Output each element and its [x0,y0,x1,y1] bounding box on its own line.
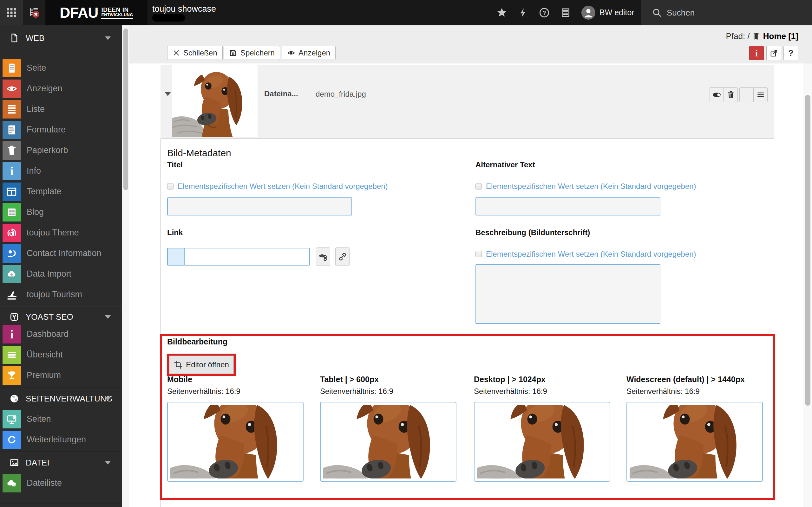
save-button[interactable]: Speichern [223,46,280,60]
module-grid-icon [5,7,17,19]
image-thumbnail[interactable] [172,65,258,137]
variant-preview-tablet[interactable] [320,402,456,482]
alt-override-checkbox[interactable] [475,183,482,189]
sidebar-item-weiterleitungen[interactable]: Weiterleitungen [0,429,122,450]
description-override-checkbox[interactable] [475,251,482,257]
content-scrollbar-thumb[interactable] [805,95,810,406]
sidebar-item-dateiliste[interactable]: Dateiliste [0,473,122,493]
open-new-window-button[interactable] [766,46,781,60]
logo-subtext-1: IDEEN IN [101,7,133,13]
module-sidebar: WEB Seite Anzeigen Liste Formulare Papie… [0,25,122,507]
title-input[interactable] [167,198,352,216]
link-browser-button[interactable] [335,247,350,266]
sidebar-item-label: Template [27,187,61,196]
variant-preview-widescreen[interactable] [626,402,763,482]
sidebar-item-anzeigen[interactable]: Anzeigen [0,78,122,99]
clear-cache-button[interactable] [516,6,530,20]
sidebar-item-info[interactable]: i Info [0,161,122,181]
description-override-link[interactable]: Elementspezifischen Wert setzen (Kein St… [486,250,696,259]
variant-preview-desktop[interactable] [474,402,610,482]
bookmark-button[interactable] [495,6,509,20]
record-actions-group [710,88,738,102]
empty-button [740,88,754,102]
alt-override-link[interactable]: Elementspezifischen Wert setzen (Kein St… [486,182,696,191]
save-label: Speichern [241,49,275,57]
module-menu-toggle[interactable] [0,0,23,25]
eye-icon [3,79,21,98]
system-log-button[interactable] [559,6,572,20]
title-override-link[interactable]: Elementspezifischen Wert setzen (Kein St… [177,182,388,191]
sidebar-item-uebersicht[interactable]: Übersicht [0,344,122,365]
sidebar-item-dashboard[interactable]: i Dashboard [0,324,122,344]
enable-toggle-button[interactable] [710,88,724,102]
content-scrollbar[interactable] [803,63,812,507]
fingerprint-icon [3,224,21,242]
eye-icon [287,49,295,57]
open-editor-button[interactable]: Editor öffnen [169,355,234,374]
sidebar-item-blog[interactable]: Blog [0,202,122,222]
sidebar-item-label: Liste [27,104,45,114]
variant-name: Mobile [167,375,192,384]
chevron-down-icon [105,315,111,319]
view-button[interactable]: Anzeigen [282,46,336,60]
list-icon [3,100,21,118]
sidebar-item-toujou-tourism[interactable]: toujou Tourism [0,284,122,305]
variant-preview-mobile[interactable] [167,402,304,482]
sidebar-item-label: toujou Tourism [27,290,82,299]
svg-text:?: ? [542,9,546,16]
sidebar-item-label: toujou Theme [27,228,79,238]
sidebar-item-premium[interactable]: Premium [0,365,122,386]
variant-name: Widescreen (default) | > 1440px [626,375,745,384]
close-label: Schließen [183,49,217,57]
section-label: DATEI [26,458,49,468]
sidebar-scrollbar-thumb[interactable] [123,29,128,190]
sidebar-item-papierkorb[interactable]: Papierkorb [0,140,122,161]
sidebar-item-label: Formulare [27,125,66,135]
link-input[interactable] [184,248,310,266]
alt-text-input[interactable] [475,198,660,216]
drag-handle-button[interactable] [753,88,768,102]
sidebar-item-data-import[interactable]: Data Import [0,264,122,284]
help-menu-button[interactable]: ? [537,6,551,20]
sidebar-item-formulare[interactable]: Formulare [0,119,122,140]
sidebar-item-label: Anzeigen [27,83,62,94]
section-web[interactable]: WEB [0,29,122,48]
close-button[interactable]: Schließen [167,46,223,60]
record-info-button[interactable]: i [749,46,764,60]
breadcrumb: Pfad: / Home [1] [726,32,798,41]
redirect-icon [3,431,21,449]
section-seitenverwaltung[interactable]: SEITENVERWALTUNG [0,389,122,408]
search-box[interactable]: Suchen [641,0,812,25]
variant-name: Desktop | > 1024px [474,375,546,384]
trash-icon [3,141,21,160]
pagetree-error-button[interactable] [23,0,45,25]
description-textarea[interactable] [475,264,660,324]
sidebar-item-seite[interactable]: Seite [0,58,122,78]
template-icon [3,182,21,201]
search-placeholder: Suchen [667,8,695,18]
sidebar-item-seiten[interactable]: Seiten [0,409,122,429]
link-explanation-button[interactable] [316,247,330,266]
collapse-caret-icon[interactable] [165,92,171,96]
open-editor-highlight: Editor öffnen [167,354,236,376]
user-avatar[interactable] [581,6,595,20]
sidebar-item-toujou-theme[interactable]: toujou Theme [0,222,122,243]
sidebar-scrollbar[interactable] [122,25,130,507]
view-label: Anzeigen [299,49,330,57]
sidebar-item-template[interactable]: Template [0,181,122,202]
contact-icon [3,244,21,263]
monitor-gear-icon [3,410,21,429]
help-button[interactable]: ? [783,46,798,60]
variant-ratio: Seitenverhältnis: 16:9 [167,387,241,396]
username[interactable]: BW editor [600,8,635,17]
dfau-logo[interactable]: DFAU IDEEN IN ENTWICKLUNG [45,0,148,25]
sidebar-item-liste[interactable]: Liste [0,99,122,119]
section-yoast-seo[interactable]: YOAST SEO [0,307,122,326]
section-datei[interactable]: DATEI [0,453,122,472]
chevron-down-icon [105,37,111,40]
sidebar-item-contact-information[interactable]: Contact Information [0,243,122,264]
globe-icon [8,394,20,404]
delete-button[interactable] [723,88,738,102]
sidebar-item-label: Dashboard [27,329,68,339]
title-override-checkbox[interactable] [167,183,173,189]
